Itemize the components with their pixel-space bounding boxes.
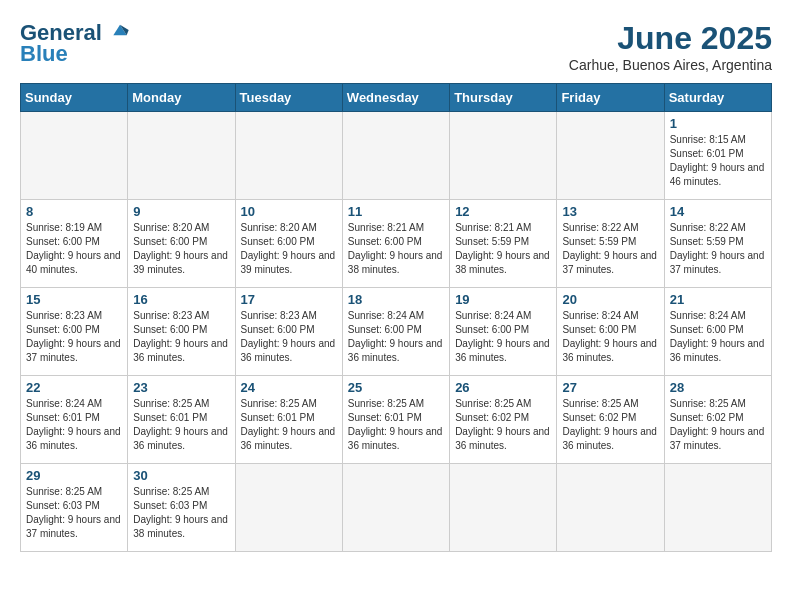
calendar-cell: 28Sunrise: 8:25 AMSunset: 6:02 PMDayligh… xyxy=(664,376,771,464)
calendar-week-5: 29Sunrise: 8:25 AMSunset: 6:03 PMDayligh… xyxy=(21,464,772,552)
calendar-cell xyxy=(557,464,664,552)
calendar-cell xyxy=(235,112,342,200)
day-info: Sunrise: 8:21 AMSunset: 5:59 PMDaylight:… xyxy=(455,222,550,275)
day-number: 1 xyxy=(670,116,766,131)
day-info: Sunrise: 8:23 AMSunset: 6:00 PMDaylight:… xyxy=(241,310,336,363)
day-number: 19 xyxy=(455,292,551,307)
day-number: 9 xyxy=(133,204,229,219)
day-info: Sunrise: 8:24 AMSunset: 6:00 PMDaylight:… xyxy=(348,310,443,363)
calendar-cell xyxy=(450,464,557,552)
day-info: Sunrise: 8:24 AMSunset: 6:00 PMDaylight:… xyxy=(670,310,765,363)
location-subtitle: Carhue, Buenos Aires, Argentina xyxy=(569,57,772,73)
day-number: 28 xyxy=(670,380,766,395)
header-monday: Monday xyxy=(128,84,235,112)
calendar-cell xyxy=(21,112,128,200)
day-number: 30 xyxy=(133,468,229,483)
calendar-cell xyxy=(128,112,235,200)
day-info: Sunrise: 8:25 AMSunset: 6:01 PMDaylight:… xyxy=(241,398,336,451)
day-number: 16 xyxy=(133,292,229,307)
day-info: Sunrise: 8:15 AMSunset: 6:01 PMDaylight:… xyxy=(670,134,765,187)
day-info: Sunrise: 8:22 AMSunset: 5:59 PMDaylight:… xyxy=(670,222,765,275)
day-info: Sunrise: 8:19 AMSunset: 6:00 PMDaylight:… xyxy=(26,222,121,275)
calendar-week-4: 22Sunrise: 8:24 AMSunset: 6:01 PMDayligh… xyxy=(21,376,772,464)
day-info: Sunrise: 8:25 AMSunset: 6:01 PMDaylight:… xyxy=(348,398,443,451)
calendar-cell xyxy=(450,112,557,200)
day-number: 15 xyxy=(26,292,122,307)
calendar-body: 1Sunrise: 8:15 AMSunset: 6:01 PMDaylight… xyxy=(21,112,772,552)
calendar-cell: 11Sunrise: 8:21 AMSunset: 6:00 PMDayligh… xyxy=(342,200,449,288)
calendar-table: SundayMondayTuesdayWednesdayThursdayFrid… xyxy=(20,83,772,552)
day-info: Sunrise: 8:24 AMSunset: 6:01 PMDaylight:… xyxy=(26,398,121,451)
header-tuesday: Tuesday xyxy=(235,84,342,112)
header-saturday: Saturday xyxy=(664,84,771,112)
calendar-cell xyxy=(342,464,449,552)
day-number: 8 xyxy=(26,204,122,219)
calendar-cell: 30Sunrise: 8:25 AMSunset: 6:03 PMDayligh… xyxy=(128,464,235,552)
calendar-cell: 1Sunrise: 8:15 AMSunset: 6:01 PMDaylight… xyxy=(664,112,771,200)
page-header: General Blue June 2025 Carhue, Buenos Ai… xyxy=(20,20,772,73)
calendar-cell: 15Sunrise: 8:23 AMSunset: 6:00 PMDayligh… xyxy=(21,288,128,376)
calendar-cell: 16Sunrise: 8:23 AMSunset: 6:00 PMDayligh… xyxy=(128,288,235,376)
day-info: Sunrise: 8:25 AMSunset: 6:03 PMDaylight:… xyxy=(26,486,121,539)
day-number: 25 xyxy=(348,380,444,395)
day-info: Sunrise: 8:20 AMSunset: 6:00 PMDaylight:… xyxy=(133,222,228,275)
day-number: 21 xyxy=(670,292,766,307)
calendar-cell: 22Sunrise: 8:24 AMSunset: 6:01 PMDayligh… xyxy=(21,376,128,464)
calendar-header-row: SundayMondayTuesdayWednesdayThursdayFrid… xyxy=(21,84,772,112)
header-sunday: Sunday xyxy=(21,84,128,112)
day-number: 18 xyxy=(348,292,444,307)
calendar-cell: 21Sunrise: 8:24 AMSunset: 6:00 PMDayligh… xyxy=(664,288,771,376)
day-number: 27 xyxy=(562,380,658,395)
day-number: 10 xyxy=(241,204,337,219)
day-number: 14 xyxy=(670,204,766,219)
day-number: 24 xyxy=(241,380,337,395)
header-thursday: Thursday xyxy=(450,84,557,112)
calendar-cell xyxy=(342,112,449,200)
calendar-cell: 20Sunrise: 8:24 AMSunset: 6:00 PMDayligh… xyxy=(557,288,664,376)
calendar-cell: 27Sunrise: 8:25 AMSunset: 6:02 PMDayligh… xyxy=(557,376,664,464)
logo: General Blue xyxy=(20,20,130,67)
day-info: Sunrise: 8:25 AMSunset: 6:03 PMDaylight:… xyxy=(133,486,228,539)
day-info: Sunrise: 8:23 AMSunset: 6:00 PMDaylight:… xyxy=(26,310,121,363)
day-number: 23 xyxy=(133,380,229,395)
day-info: Sunrise: 8:23 AMSunset: 6:00 PMDaylight:… xyxy=(133,310,228,363)
day-info: Sunrise: 8:20 AMSunset: 6:00 PMDaylight:… xyxy=(241,222,336,275)
calendar-cell xyxy=(235,464,342,552)
day-info: Sunrise: 8:21 AMSunset: 6:00 PMDaylight:… xyxy=(348,222,443,275)
calendar-cell: 9Sunrise: 8:20 AMSunset: 6:00 PMDaylight… xyxy=(128,200,235,288)
day-number: 13 xyxy=(562,204,658,219)
calendar-cell: 8Sunrise: 8:19 AMSunset: 6:00 PMDaylight… xyxy=(21,200,128,288)
calendar-cell: 29Sunrise: 8:25 AMSunset: 6:03 PMDayligh… xyxy=(21,464,128,552)
day-info: Sunrise: 8:24 AMSunset: 6:00 PMDaylight:… xyxy=(562,310,657,363)
calendar-cell: 17Sunrise: 8:23 AMSunset: 6:00 PMDayligh… xyxy=(235,288,342,376)
calendar-cell xyxy=(664,464,771,552)
calendar-cell: 14Sunrise: 8:22 AMSunset: 5:59 PMDayligh… xyxy=(664,200,771,288)
header-wednesday: Wednesday xyxy=(342,84,449,112)
day-info: Sunrise: 8:25 AMSunset: 6:02 PMDaylight:… xyxy=(562,398,657,451)
calendar-week-3: 15Sunrise: 8:23 AMSunset: 6:00 PMDayligh… xyxy=(21,288,772,376)
day-info: Sunrise: 8:25 AMSunset: 6:02 PMDaylight:… xyxy=(455,398,550,451)
day-number: 29 xyxy=(26,468,122,483)
calendar-cell: 25Sunrise: 8:25 AMSunset: 6:01 PMDayligh… xyxy=(342,376,449,464)
calendar-cell: 18Sunrise: 8:24 AMSunset: 6:00 PMDayligh… xyxy=(342,288,449,376)
day-number: 12 xyxy=(455,204,551,219)
day-info: Sunrise: 8:24 AMSunset: 6:00 PMDaylight:… xyxy=(455,310,550,363)
calendar-cell: 26Sunrise: 8:25 AMSunset: 6:02 PMDayligh… xyxy=(450,376,557,464)
title-area: June 2025 Carhue, Buenos Aires, Argentin… xyxy=(569,20,772,73)
calendar-cell xyxy=(557,112,664,200)
day-number: 20 xyxy=(562,292,658,307)
calendar-cell: 23Sunrise: 8:25 AMSunset: 6:01 PMDayligh… xyxy=(128,376,235,464)
calendar-cell: 24Sunrise: 8:25 AMSunset: 6:01 PMDayligh… xyxy=(235,376,342,464)
calendar-week-1: 1Sunrise: 8:15 AMSunset: 6:01 PMDaylight… xyxy=(21,112,772,200)
day-number: 26 xyxy=(455,380,551,395)
day-info: Sunrise: 8:25 AMSunset: 6:02 PMDaylight:… xyxy=(670,398,765,451)
day-number: 17 xyxy=(241,292,337,307)
day-info: Sunrise: 8:22 AMSunset: 5:59 PMDaylight:… xyxy=(562,222,657,275)
day-number: 11 xyxy=(348,204,444,219)
calendar-cell: 12Sunrise: 8:21 AMSunset: 5:59 PMDayligh… xyxy=(450,200,557,288)
header-friday: Friday xyxy=(557,84,664,112)
logo-icon xyxy=(110,20,130,40)
calendar-cell: 13Sunrise: 8:22 AMSunset: 5:59 PMDayligh… xyxy=(557,200,664,288)
calendar-cell: 10Sunrise: 8:20 AMSunset: 6:00 PMDayligh… xyxy=(235,200,342,288)
calendar-week-2: 8Sunrise: 8:19 AMSunset: 6:00 PMDaylight… xyxy=(21,200,772,288)
